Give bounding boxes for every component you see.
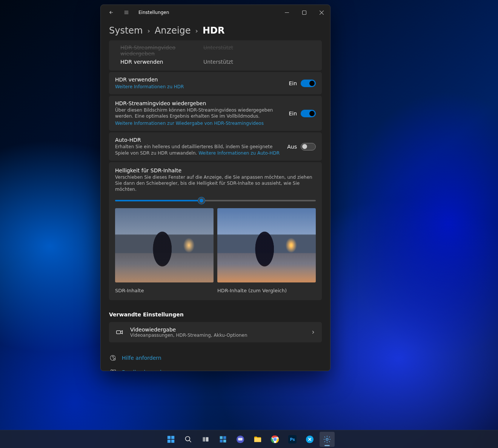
svg-rect-8	[168, 439, 171, 442]
video-camera-icon	[115, 328, 124, 337]
setting-title: Helligkeit für SDR-Inhalte	[115, 167, 316, 173]
settings-icon[interactable]	[320, 432, 335, 447]
auto-hdr-info-link[interactable]: Weitere Informationen zu Auto-HDR	[198, 150, 280, 156]
titlebar: Einstellungen	[101, 5, 330, 20]
sdr-preview: SDR-Inhalte	[115, 208, 214, 293]
use-hdr-card: HDR verwenden Weitere Informationen zu H…	[109, 72, 322, 94]
setting-description: Über diesen Bildschirm können HDR-Stream…	[115, 107, 281, 119]
back-button[interactable]	[105, 6, 118, 18]
search-button[interactable]	[181, 432, 196, 447]
help-link[interactable]: Hilfe anfordern	[109, 351, 322, 364]
breadcrumb: System › Anzeige › HDR	[101, 20, 330, 40]
taskbar: Ps	[0, 430, 498, 448]
breadcrumb-anzeige[interactable]: Anzeige	[155, 25, 191, 36]
svg-rect-16	[223, 439, 226, 442]
app-icon[interactable]	[302, 432, 317, 447]
svg-rect-22	[254, 438, 261, 442]
setting-description: Erhalten Sie ein helleres und detaillier…	[115, 144, 280, 156]
setting-title: Auto-HDR	[115, 137, 280, 143]
preview-caption: SDR-Inhalte	[115, 288, 214, 293]
use-hdr-toggle[interactable]	[301, 80, 316, 87]
feedback-link-label: Feedback senden	[122, 369, 168, 371]
slider-thumb[interactable]	[198, 197, 205, 204]
svg-point-19	[239, 439, 240, 439]
setting-title: HDR-Streamingvideo wiedergeben	[115, 100, 281, 106]
settings-window: Einstellungen System › Anzeige › HDR HDR…	[100, 5, 330, 371]
hdr-streaming-info-link[interactable]: Weitere Informationen zur Wiedergabe von…	[115, 121, 264, 126]
widgets-button[interactable]	[215, 432, 231, 447]
content-area[interactable]: HDR-Streamingvideo wiedergeben Unterstüt…	[101, 40, 330, 371]
svg-point-30	[326, 438, 328, 440]
help-icon	[109, 354, 117, 361]
svg-text:Ps: Ps	[290, 437, 295, 441]
nav-item-subtitle: Videoanpassungen, HDR-Streaming, Akku-Op…	[130, 333, 247, 338]
svg-point-26	[274, 438, 276, 440]
svg-rect-13	[220, 436, 223, 439]
setting-description: Verschieben Sie dieses Fenster auf die A…	[115, 174, 316, 193]
feedback-icon	[109, 369, 117, 371]
slider-fill	[115, 200, 201, 201]
cap-row-value: Unterstützt	[203, 59, 233, 65]
nav-item-title: Videowiedergabe	[130, 327, 247, 333]
window-title: Einstellungen	[138, 10, 169, 15]
breadcrumb-hdr: HDR	[203, 25, 225, 36]
minimize-button[interactable]	[278, 6, 295, 18]
svg-rect-6	[168, 436, 171, 439]
svg-point-20	[240, 439, 241, 439]
chevron-right-icon: ›	[195, 27, 198, 35]
task-view-button[interactable]	[198, 432, 213, 447]
cap-row-value: Unterstützt	[203, 44, 233, 57]
help-link-label: Hilfe anfordern	[122, 355, 161, 361]
svg-rect-0	[302, 11, 306, 14]
chrome-icon[interactable]	[267, 432, 283, 447]
svg-rect-9	[171, 439, 174, 442]
auto-hdr-card: Auto-HDR Erhalten Sie ein helleres und d…	[109, 132, 322, 160]
chevron-right-icon	[310, 330, 316, 335]
nav-menu-button[interactable]	[120, 6, 133, 18]
toggle-state-label: Aus	[287, 144, 297, 150]
sdr-preview-image	[115, 208, 214, 282]
cap-row-label: HDR verwenden	[120, 59, 203, 65]
svg-rect-1	[117, 330, 121, 333]
svg-rect-15	[220, 439, 223, 442]
svg-point-3	[114, 358, 115, 360]
toggle-state-label: Ein	[289, 110, 297, 117]
cap-row-label: HDR-Streamingvideo wiedergeben	[120, 44, 203, 57]
maximize-button[interactable]	[295, 6, 313, 18]
svg-point-4	[111, 370, 113, 371]
setting-title: HDR verwenden	[115, 77, 289, 83]
sdr-brightness-slider[interactable]	[115, 200, 316, 201]
toggle-state-label: Ein	[289, 80, 297, 86]
start-button[interactable]	[163, 432, 178, 447]
feedback-link[interactable]: Feedback senden	[109, 366, 322, 371]
svg-rect-12	[206, 437, 209, 442]
svg-rect-14	[223, 436, 226, 439]
sdr-brightness-card: Helligkeit für SDR-Inhalte Verschieben S…	[109, 162, 322, 300]
breadcrumb-system[interactable]: System	[109, 25, 143, 36]
preview-caption: HDR-Inhalte (zum Vergleich)	[217, 288, 316, 293]
photoshop-icon[interactable]: Ps	[285, 432, 300, 447]
hdr-streaming-card: HDR-Streamingvideo wiedergeben Über dies…	[109, 96, 322, 131]
svg-rect-11	[203, 437, 206, 442]
hdr-streaming-toggle[interactable]	[301, 110, 316, 117]
video-playback-link[interactable]: Videowiedergabe Videoanpassungen, HDR-St…	[109, 322, 322, 342]
svg-point-10	[186, 436, 190, 441]
chevron-right-icon: ›	[148, 27, 150, 35]
close-button[interactable]	[313, 6, 330, 18]
hdr-preview: HDR-Inhalte (zum Vergleich)	[217, 208, 316, 293]
svg-point-21	[241, 439, 242, 439]
auto-hdr-toggle[interactable]	[301, 143, 316, 150]
file-explorer-icon[interactable]	[250, 432, 265, 447]
hdr-preview-image	[217, 208, 316, 282]
svg-rect-7	[171, 436, 174, 439]
hdr-info-link[interactable]: Weitere Informationen zu HDR	[115, 84, 184, 89]
related-settings-heading: Verwandte Einstellungen	[109, 311, 322, 318]
chat-button[interactable]	[233, 432, 248, 447]
svg-rect-5	[113, 370, 116, 371]
display-capabilities-card: HDR-Streamingvideo wiedergeben Unterstüt…	[109, 40, 322, 71]
